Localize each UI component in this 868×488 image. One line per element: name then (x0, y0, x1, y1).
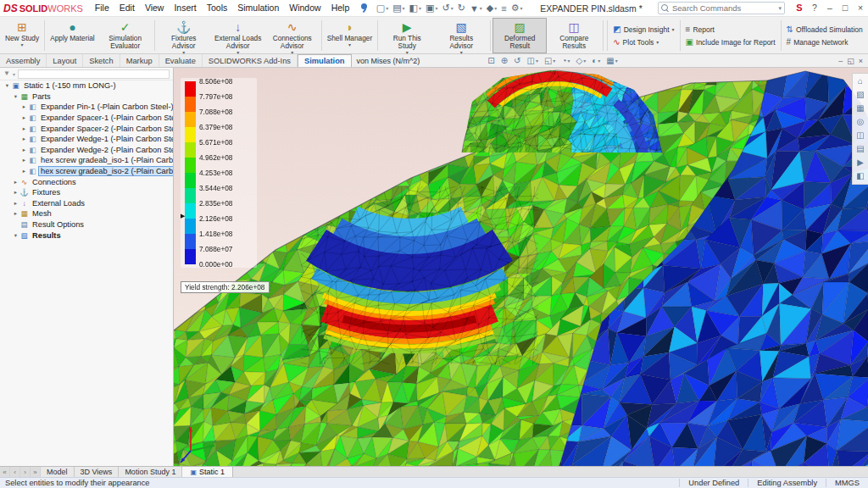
tab-layout[interactable]: Layout (47, 54, 83, 67)
ribbon-report-button[interactable]: ≡Report (686, 24, 776, 35)
menu-simulation[interactable]: Simulation (232, 0, 284, 16)
workspace-tab-model[interactable]: Model (41, 467, 75, 477)
ribbon-offloaded-simulation-button[interactable]: ⇅Offloaded Simulation (787, 24, 863, 35)
tree-item-expander-spacer-2-plain-carbon-steel[interactable]: ▸◧Expander Spacer-2 (-Plain Carbon Steel… (0, 123, 173, 134)
menu-window[interactable]: Window (284, 0, 326, 16)
menu-insert[interactable]: Insert (169, 0, 201, 16)
tree-item-fixtures[interactable]: ▸⚓Fixtures (0, 187, 173, 198)
search-input[interactable] (672, 3, 778, 13)
tree-item-static-1-150-mm-long[interactable]: ▾▣Static 1 (-150 mm LONG-) (0, 80, 173, 92)
ribbon-fixtures-advisor-button[interactable]: ⚓Fixtures Advisor▾ (157, 18, 211, 53)
options-icon-button[interactable]: ⚙▾ (509, 3, 525, 14)
filter-icon[interactable]: ▼ (3, 70, 10, 77)
redo-icon-button[interactable]: ↻ (455, 3, 467, 14)
ribbon-results-advisor-button[interactable]: ▧Results Advisor▾ (434, 18, 488, 53)
menu-tools[interactable]: Tools (202, 0, 233, 16)
tab-simulation[interactable]: Simulation (298, 54, 352, 67)
tree-filter-input[interactable] (18, 69, 170, 79)
tree-item-hex-screw-gradeab-iso-2-plain-carbon-steel[interactable]: ▸◧hex screw gradeab_iso-2 (-Plain Carbon… (0, 166, 173, 177)
tab-solidworks-add-ins[interactable]: SOLIDWORKS Add-Ins (203, 54, 298, 67)
undo-icon-button[interactable]: ↺▾ (440, 3, 455, 14)
compare-view-icon[interactable]: ◧ (856, 172, 864, 180)
viewport-home-icon[interactable]: ⌂ (858, 77, 863, 86)
tab-assembly[interactable]: Assembly (0, 54, 47, 67)
workspace-tab-3d-views[interactable]: 3D Views (75, 467, 120, 477)
ribbon-manage-network-button[interactable]: #Manage Network (787, 36, 863, 47)
tab-scroll-left-icon[interactable]: ‹ (10, 467, 20, 477)
ribbon-simulation-evaluator-button[interactable]: ✓Simulation Evaluator (98, 18, 153, 53)
print-icon-button[interactable]: ▣▾ (424, 3, 440, 14)
mesh-display-icon[interactable]: ▦ (856, 104, 864, 113)
search-box[interactable]: ▾ (658, 2, 785, 14)
maximize-icon[interactable]: □ (837, 0, 853, 16)
tree-item-expander-wedge-2-plain-carbon-steel[interactable]: ▸◧Expander Wedge-2 (-Plain Carbon Steel-… (0, 145, 173, 156)
new-file-icon-button[interactable]: ▢▾ (374, 3, 390, 14)
open-file-icon-button[interactable]: ▤▾ (391, 3, 407, 14)
pane-restore-icon[interactable]: ◱ (847, 57, 854, 65)
save-icon-button[interactable]: ◧▾ (407, 3, 423, 14)
tree-item-expander-pin-1-plain-carbon-steel[interactable]: ▸◧Expander Pin-1 (-Plain Carbon Steel-) (0, 102, 173, 113)
ribbon-external-loads-advisor-button[interactable]: ↓External Loads Advisor▾ (211, 18, 265, 53)
close-icon[interactable]: × (853, 0, 868, 16)
menu-file[interactable]: File (90, 0, 114, 16)
ribbon-plot-tools-button[interactable]: ∿Plot Tools▾ (613, 36, 674, 47)
zoom-area-icon-button[interactable]: ⊕ (501, 56, 508, 65)
study-tab-static-1[interactable]: ▣ Static 1 (182, 467, 233, 477)
menu-view[interactable]: View (140, 0, 170, 16)
probe-icon[interactable]: ◎ (857, 118, 865, 126)
select-icon-button[interactable]: ▼▾ (467, 3, 484, 14)
pane-minimize-icon[interactable]: – (838, 57, 843, 65)
tab-sketch[interactable]: Sketch (83, 54, 120, 67)
display-style-icon-button[interactable]: ◔▾ (561, 56, 570, 65)
isolate-icon[interactable]: ▧ (856, 91, 864, 99)
ribbon-connections-advisor-button[interactable]: ∿Connections Advisor▾ (265, 18, 320, 53)
tree-item-external-loads[interactable]: ▸↓External Loads (0, 198, 173, 209)
rebuild-icon-button[interactable]: ◆▾ (484, 3, 498, 14)
minimize-icon[interactable]: – (822, 0, 837, 16)
edit-appearance-icon-button[interactable]: ◐▾ (592, 56, 600, 65)
help-icon[interactable]: ? (807, 0, 822, 16)
tab-scroll-end-icon[interactable]: » (31, 467, 41, 477)
tab-scroll-right-icon[interactable]: › (20, 467, 31, 477)
hide-show-icon-button[interactable]: ◇▾ (576, 56, 586, 65)
tree-item-results[interactable]: ▾▧Results (0, 230, 173, 241)
section-view-icon-button[interactable]: ◫▾ (526, 56, 537, 65)
solidworks-resources-icon[interactable]: S (792, 0, 807, 16)
ribbon-run-this-study-button[interactable]: ▶Run This Study▾ (380, 18, 434, 53)
tab-markup[interactable]: Markup (120, 54, 159, 67)
ribbon-shell-manager-button[interactable]: ◗Shell Manager▾ (324, 18, 376, 53)
menu-help[interactable]: Help (326, 0, 355, 16)
file-properties-icon-button[interactable]: ≡ (499, 3, 509, 14)
ribbon-deformed-result-button[interactable]: ▨Deformed Result (492, 18, 547, 53)
ribbon-new-study-button[interactable]: ⊞New Study▾ (2, 18, 42, 53)
tree-item-mesh[interactable]: ▸▦Mesh (0, 208, 173, 219)
tab-evaluate[interactable]: Evaluate (159, 54, 203, 67)
section-clipping-icon[interactable]: ◫ (856, 131, 864, 140)
workspace-tab-motion-study-1[interactable]: Motion Study 1 (119, 467, 182, 477)
ribbon-compare-results-button[interactable]: ◫Compare Results (547, 18, 601, 53)
tab-scroll-start-icon[interactable]: « (0, 467, 10, 477)
menu-edit[interactable]: Edit (114, 0, 140, 16)
results-icon: ▧ (19, 231, 29, 240)
previous-view-icon-button[interactable]: ↺ (514, 56, 520, 65)
ribbon-design-insight-button[interactable]: ◩Design Insight▾ (613, 24, 674, 35)
tree-item-connections[interactable]: ▸∿Connections (0, 176, 173, 187)
tree-item-expander-wedge-1-plain-carbon-steel[interactable]: ▸◧Expander Wedge-1 (-Plain Carbon Steel-… (0, 134, 173, 145)
animate-results-icon[interactable]: ▶ (857, 158, 864, 167)
tree-item-result-options[interactable]: ▤Result Options (0, 219, 173, 230)
stress-legend[interactable]: 8.506e+087.797e+087.088e+086.379e+085.67… (181, 78, 257, 268)
chart-options-icon[interactable]: ▤ (856, 145, 864, 153)
ribbon-include-image-for-report-button[interactable]: ▣Include Image for Report (686, 36, 776, 47)
tree-item-expander-spacer-1-plain-carbon-steel[interactable]: ▸◧Expander Spacer-1 (-Plain Carbon Steel… (0, 113, 173, 124)
tree-item-hex-screw-gradeab-iso-1-plain-carbon-steel[interactable]: ▸◧hex screw gradeab_iso-1 (-Plain Carbon… (0, 155, 173, 166)
apply-scene-icon-button[interactable]: ▦▾ (606, 56, 617, 65)
pin-menu-icon[interactable] (359, 3, 370, 14)
filter-dropdown-icon[interactable]: ▾ (13, 71, 15, 77)
tree-item-parts[interactable]: ▾▦Parts (0, 92, 173, 103)
search-dropdown-icon[interactable]: ▾ (778, 5, 782, 12)
ribbon-apply-material-button[interactable]: ●Apply Material (47, 18, 98, 53)
view-orientation-icon-button[interactable]: ◱▾ (544, 56, 555, 65)
zoom-fit-icon-button[interactable]: ⊡ (487, 56, 494, 65)
pane-close-icon[interactable]: × (859, 57, 863, 65)
viewport-canvas[interactable] (174, 68, 868, 466)
